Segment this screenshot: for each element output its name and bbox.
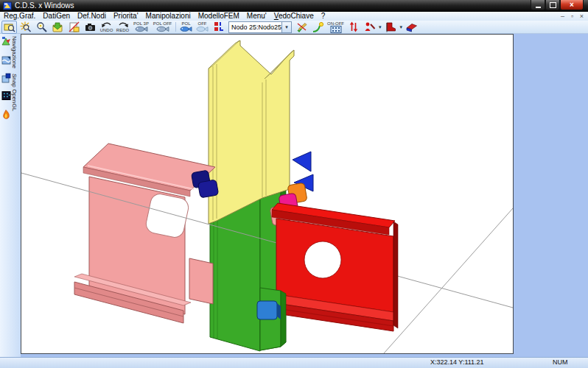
menu-item-priorita[interactable]: Priorita' [110, 12, 142, 21]
zoom-extents-button[interactable] [18, 21, 33, 34]
zoom-window-button[interactable] [1, 21, 17, 34]
menu-item-reggraf[interactable]: Reg.Graf. [0, 12, 39, 21]
onoff-keypad-button[interactable]: ON-OFF [326, 21, 345, 34]
axis-line [384, 208, 513, 353]
flame-icon [1, 110, 11, 120]
node-selector[interactable]: Nodo 25:Nodo25 ▾ [228, 21, 292, 33]
zoom-window-icon [4, 21, 15, 33]
eraser-button[interactable] [404, 21, 419, 34]
toolbar-separator [175, 22, 176, 32]
keypad-icon [330, 26, 342, 33]
updown-arrows-button[interactable] [346, 21, 361, 34]
chevron-down-icon[interactable]: ▾ [379, 24, 382, 30]
cursor-coordinates: X:322.14 Y:111.21 [430, 358, 484, 367]
draw-person-button[interactable] [362, 21, 377, 34]
fish-gray-icon [135, 26, 148, 32]
menu-item-defnodi[interactable]: Def.Nodi [74, 12, 110, 21]
pencil-check-icon [296, 21, 308, 33]
menu-item-help[interactable]: ? [318, 12, 329, 21]
verify-pencil-button[interactable] [294, 21, 309, 34]
navigate-3d-icon [1, 36, 11, 46]
fish-pale-icon [196, 26, 209, 32]
undo-button[interactable]: UNDO [99, 21, 114, 34]
maximize-button[interactable] [545, 0, 560, 10]
titlebar: C.D.S. x Windows × [0, 0, 588, 12]
mdi-minimize-button[interactable]: – [558, 12, 567, 21]
save-view-button[interactable] [50, 21, 66, 34]
grid-dots-icon [1, 91, 11, 101]
navigate-3d-button[interactable] [1, 35, 11, 47]
redraw-icon [69, 21, 80, 33]
fish-blue-icon [180, 26, 192, 32]
zoom-extents-icon [20, 21, 32, 33]
eraser-icon [405, 21, 418, 32]
maximize-icon [550, 2, 556, 8]
cleat-plate-navy[interactable] [197, 180, 218, 198]
opengl-render-button[interactable] [1, 109, 11, 121]
snap-square-button[interactable] [1, 72, 11, 84]
redo-button[interactable]: REDO [115, 21, 130, 34]
snap-square-icon [1, 73, 11, 83]
snap-grid-button[interactable] [1, 90, 11, 102]
statusbar: X:322.14 Y:111.21 NUM [0, 357, 588, 368]
redo-label: REDO [116, 28, 129, 32]
end-plate-pink[interactable] [189, 258, 213, 304]
chevron-down-icon: ▾ [285, 24, 288, 30]
fish-gray-icon [156, 26, 169, 32]
sidebar-label-navigazione: Navigazione [11, 36, 18, 68]
pol-off-button[interactable]: POL OFF [152, 21, 173, 34]
window-title: C.D.S. x Windows [15, 0, 74, 12]
node-selector-value: Nodo 25:Nodo25 [229, 24, 281, 31]
minimize-button[interactable] [531, 0, 545, 10]
menu-item-menu[interactable]: Menu' [243, 12, 270, 21]
web-opening-circle [304, 241, 341, 278]
snapshot-camera-button[interactable] [83, 21, 98, 34]
blue-view-icon [1, 55, 11, 66]
menubar: Reg.Graf.DatiGenDef.NodiPriorita'Manipol… [0, 12, 588, 21]
zoom-dynamic-icon [36, 21, 48, 33]
red-flag-icon [385, 21, 396, 32]
plate-bottom-blue[interactable] [257, 301, 281, 319]
left-beam-pink[interactable] [74, 144, 219, 323]
web-opening-slot [144, 192, 190, 239]
mdi-close-button[interactable]: × [577, 12, 587, 21]
pol-3p-button[interactable]: POL 3P [131, 21, 151, 34]
combo-dropdown-button[interactable]: ▾ [281, 22, 291, 32]
toolbar: UNDO REDO POL 3P POL OFF POL O [0, 21, 588, 34]
stiffener-wedge-blue[interactable] [293, 152, 311, 171]
section-list-button[interactable] [211, 21, 226, 34]
save-view-icon [52, 21, 65, 33]
drawing-viewport[interactable] [21, 34, 514, 354]
minimize-icon [536, 7, 541, 8]
chevron-down-icon[interactable]: ▾ [400, 24, 403, 30]
pol-on-button[interactable]: POL [178, 21, 194, 34]
red-updown-icon [349, 21, 359, 32]
person-pencil-icon [364, 21, 376, 32]
render-curve-button[interactable] [310, 21, 326, 34]
close-icon: × [570, 0, 574, 11]
section-list-icon [214, 21, 224, 32]
app-icon [3, 1, 12, 10]
menu-item-manipolazioni[interactable]: Manipolazioni [142, 12, 195, 21]
mdi-window-controls: –▫× [558, 12, 587, 21]
steel-joint-scene [21, 35, 513, 353]
off-button[interactable]: OFF [195, 21, 210, 34]
redraw-button[interactable] [66, 21, 82, 34]
right-beam-red[interactable] [272, 203, 398, 331]
menu-item-datigen[interactable]: DatiGen [39, 12, 74, 21]
undo-label: UNDO [100, 28, 113, 32]
numlock-indicator: NUM [553, 358, 568, 367]
menu-item-vedochiave[interactable]: VedoChiave [270, 12, 318, 21]
left-sidebar: Navigazione Snap OpenGL [0, 34, 21, 358]
view-mode-button[interactable] [1, 54, 11, 66]
redo-arrow-icon [117, 21, 129, 28]
flag-tool-button[interactable] [383, 21, 399, 34]
menu-item-modellofem[interactable]: ModelloFEM [195, 12, 243, 21]
curve-sun-icon [312, 21, 324, 33]
zoom-dynamic-button[interactable] [34, 21, 49, 34]
undo-arrow-icon [101, 21, 113, 28]
camera-icon [84, 21, 97, 33]
mdi-restore-button[interactable]: ▫ [567, 12, 577, 21]
close-button[interactable]: × [560, 0, 584, 10]
sidebar-label-snap-opengl: Snap OpenGL [11, 74, 18, 111]
